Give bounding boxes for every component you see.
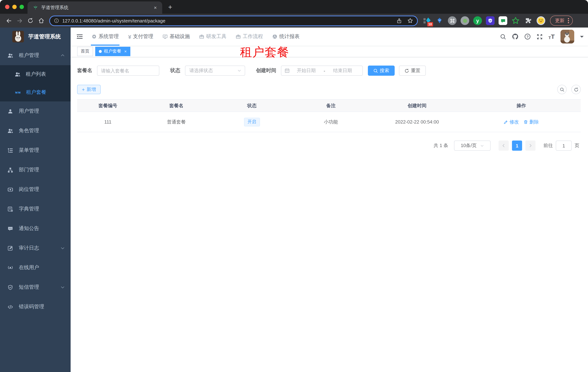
tab-close-icon[interactable]: × bbox=[152, 4, 158, 11]
sidebar-item-role-management[interactable]: 角色管理 bbox=[0, 121, 71, 140]
delete-link-label: 删除 bbox=[530, 119, 539, 125]
table-header-row: 套餐编号 套餐名 状态 备注 创建时间 操作 bbox=[77, 100, 581, 112]
sidebar-submenu-tenant: 租户列表 租户套餐 bbox=[0, 65, 71, 101]
delete-link[interactable]: 删除 bbox=[524, 119, 539, 125]
sidebar-item-menu-management[interactable]: 菜单管理 bbox=[0, 140, 71, 160]
reset-button[interactable]: 重置 bbox=[399, 65, 426, 76]
extensions-puzzle-icon[interactable] bbox=[524, 16, 533, 25]
sidebar-item-sms-management[interactable]: 短信管理 bbox=[0, 277, 71, 297]
sidebar-item-label: 岗位管理 bbox=[19, 186, 39, 193]
help-icon[interactable]: ? bbox=[524, 33, 531, 40]
edit-link[interactable]: 修改 bbox=[504, 119, 519, 125]
nav-item-payment[interactable]: ¥ 支付管理 bbox=[128, 28, 153, 46]
sidebar-item-audit-log[interactable]: 审计日志 bbox=[0, 238, 71, 258]
extension-gem-icon[interactable] bbox=[435, 16, 444, 25]
yen-icon: ¥ bbox=[128, 33, 131, 40]
extension-star-icon[interactable] bbox=[511, 16, 520, 25]
sidebar-item-user-management[interactable]: 用户管理 bbox=[0, 101, 71, 121]
page-number-1[interactable]: 1 bbox=[512, 140, 522, 151]
nav-item-workflow[interactable]: 工作流程 bbox=[236, 28, 263, 46]
table-refresh-icon[interactable] bbox=[571, 85, 581, 94]
forward-button[interactable] bbox=[14, 16, 25, 26]
search-button-label: 搜索 bbox=[380, 67, 389, 74]
font-size-icon[interactable]: TT bbox=[548, 33, 555, 40]
page-size-select[interactable]: 10条/页 bbox=[454, 140, 491, 151]
bookmark-star-icon[interactable] bbox=[406, 17, 414, 25]
extension-y-icon[interactable]: y bbox=[473, 16, 482, 25]
browser-tab[interactable]: 芋道管理系统 × bbox=[28, 1, 162, 14]
cell-remark: 小功能 bbox=[290, 119, 372, 125]
edit-pencil-icon bbox=[504, 120, 508, 124]
status-tag[interactable]: 开启 bbox=[244, 117, 260, 126]
sidebar-item-label: 租户列表 bbox=[26, 71, 46, 77]
window-zoom-button[interactable] bbox=[20, 5, 24, 9]
url-text[interactable]: 127.0.0.1:48080/admin-ui/system/tenant/p… bbox=[62, 18, 392, 23]
new-tab-button[interactable]: + bbox=[165, 2, 175, 12]
extension-tampermonkey-icon[interactable]: 10 bbox=[422, 16, 431, 25]
add-button[interactable]: + 新增 bbox=[77, 85, 101, 94]
sidebar-item-notice[interactable]: 通知公告 bbox=[0, 219, 71, 238]
sidebar-item-dept-management[interactable]: 部门管理 bbox=[0, 160, 71, 180]
nav-label: 基础设施 bbox=[170, 33, 190, 40]
start-date-placeholder[interactable]: 开始日期 bbox=[290, 67, 323, 74]
url-bar[interactable]: 127.0.0.1:48080/admin-ui/system/tenant/p… bbox=[49, 15, 418, 26]
sidebar-item-post-management[interactable]: 岗位管理 bbox=[0, 180, 71, 199]
user-avatar[interactable] bbox=[560, 30, 574, 43]
nav-item-system[interactable]: 系统管理 bbox=[92, 28, 119, 46]
extension-chat-icon[interactable] bbox=[498, 16, 508, 25]
back-button[interactable] bbox=[4, 16, 14, 26]
extension-command-icon[interactable] bbox=[448, 16, 457, 25]
tags-view: 首页 租户套餐 × bbox=[71, 46, 588, 57]
reload-button[interactable] bbox=[25, 16, 35, 26]
admin-app: 芋道管理系统 租户管理 租户列表 bbox=[0, 28, 588, 372]
sidebar-item-tenant-management[interactable]: 租户管理 bbox=[0, 46, 71, 65]
cell-created-at: 2022-02-22 00:54:00 bbox=[372, 119, 462, 125]
share-icon[interactable] bbox=[395, 17, 403, 25]
fullscreen-icon[interactable] bbox=[536, 33, 543, 40]
sidebar-item-dict-management[interactable]: 字典管理 bbox=[0, 199, 71, 219]
top-nav: 系统管理 ¥ 支付管理 基础设施 bbox=[92, 28, 300, 46]
tag-home[interactable]: 首页 bbox=[77, 47, 93, 56]
extension-area: 10 y bbox=[422, 16, 546, 25]
app-title: 芋道管理系统 bbox=[28, 33, 61, 40]
profile-avatar-icon[interactable] bbox=[536, 16, 546, 25]
next-page-button[interactable] bbox=[525, 140, 536, 151]
header-actions: ? TT bbox=[500, 30, 588, 43]
prev-page-button[interactable] bbox=[499, 140, 509, 151]
sidebar-item-label: 租户套餐 bbox=[26, 89, 46, 96]
kebab-menu-icon[interactable] bbox=[568, 18, 569, 23]
home-button[interactable] bbox=[36, 16, 46, 26]
browser-update-button[interactable]: 更新 bbox=[550, 16, 573, 26]
sidebar-item-error-code[interactable]: 错误码管理 bbox=[0, 297, 71, 317]
plus-icon: + bbox=[82, 87, 85, 92]
nav-item-infra[interactable]: 基础设施 bbox=[163, 28, 190, 46]
tag-close-icon[interactable]: × bbox=[124, 49, 127, 54]
end-date-placeholder[interactable]: 结束日期 bbox=[326, 67, 359, 74]
date-range-picker[interactable]: 开始日期 - 结束日期 bbox=[281, 65, 363, 76]
caret-down-icon[interactable] bbox=[580, 36, 584, 39]
sidebar-collapse-icon[interactable] bbox=[71, 33, 87, 40]
header-search-icon[interactable] bbox=[500, 33, 506, 40]
chevron-down-icon bbox=[61, 285, 65, 289]
nav-item-dev-tools[interactable]: 研发工具 bbox=[199, 28, 226, 46]
sidebar-item-online-users[interactable]: 在线用户 bbox=[0, 258, 71, 277]
table-search-toggle-icon[interactable] bbox=[557, 85, 567, 94]
nav-label: 系统管理 bbox=[98, 33, 119, 40]
cell-actions: 修改 删除 bbox=[462, 119, 581, 125]
window-close-button[interactable] bbox=[5, 5, 10, 9]
sidebar-item-tenant-package[interactable]: 租户套餐 bbox=[0, 83, 71, 101]
window-minimize-button[interactable] bbox=[12, 5, 17, 9]
package-name-input[interactable] bbox=[97, 65, 159, 76]
extension-gray-circle-icon[interactable] bbox=[460, 16, 470, 25]
sidebar-logo[interactable]: 芋道管理系统 bbox=[0, 28, 71, 46]
nav-item-report[interactable]: 统计报表 bbox=[273, 28, 300, 46]
status-select[interactable]: 请选择状态 bbox=[185, 65, 245, 76]
sidebar-item-label: 菜单管理 bbox=[19, 147, 39, 154]
search-button[interactable]: 搜索 bbox=[368, 65, 395, 76]
goto-page-input[interactable] bbox=[556, 140, 572, 151]
sidebar-item-tenant-list[interactable]: 租户列表 bbox=[0, 65, 71, 83]
site-info-icon[interactable] bbox=[54, 18, 59, 23]
github-icon[interactable] bbox=[512, 33, 518, 40]
extension-shield-icon[interactable] bbox=[485, 16, 495, 25]
tag-tenant-package[interactable]: 租户套餐 × bbox=[95, 47, 130, 56]
